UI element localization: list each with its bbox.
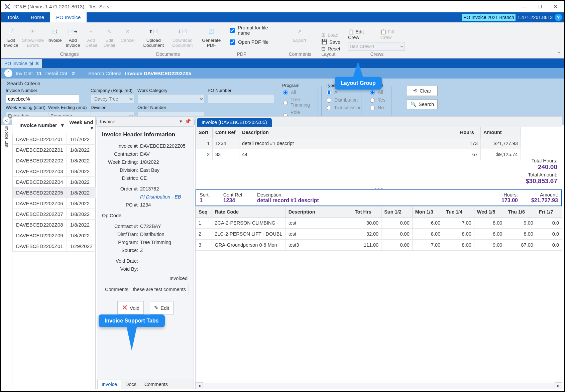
scroll-right-button[interactable]: ▸	[555, 382, 562, 389]
invoice-list-row[interactable]: DAVEBCED2202Z011/8/2022	[13, 145, 96, 155]
collapse-left-button[interactable]: <	[3, 116, 10, 124]
program-tree-trimming-radio[interactable]	[283, 101, 288, 105]
minimize-button[interactable]: —	[521, 4, 527, 9]
voided-all-radio[interactable]	[370, 90, 375, 95]
col-amount[interactable]: Amount	[480, 127, 521, 138]
export-comments-button[interactable]: ↗Export	[288, 25, 311, 43]
comments-box: Comments: these are test comments	[102, 284, 189, 295]
export-icon: ↗	[294, 26, 305, 37]
cancel-button[interactable]: ✕Cancel	[120, 25, 135, 43]
edit-detail-button[interactable]: ✎Edit Detail	[102, 25, 117, 48]
pi-link[interactable]: PI Distribution - EB	[140, 194, 181, 200]
invoice-number-input[interactable]	[6, 94, 79, 104]
void-icon: ✕	[122, 303, 128, 312]
void-button[interactable]: ✕Void	[117, 301, 144, 314]
invoice-list-row[interactable]: DAVEBCED2202Z051/8/2022	[13, 187, 96, 198]
voided-no-radio[interactable]	[370, 106, 375, 110]
generate-pdf-button[interactable]: 🧾Generate PDF	[201, 25, 222, 48]
work-category-select[interactable]	[137, 94, 204, 104]
po-number-input[interactable]	[208, 94, 274, 104]
subdetail-header: Sort:1 Cont Ref:1234 Description:detail …	[196, 189, 562, 206]
crew-select[interactable]: Dan Crew-1	[348, 42, 405, 51]
type-transmission-radio[interactable]	[327, 106, 331, 110]
col-description[interactable]: Description	[239, 127, 457, 138]
detail-row[interactable]: 2334467$9,125.74	[196, 149, 521, 160]
invoice-list-row[interactable]: DAVEBCED2201Z011/1/2022	[13, 134, 96, 145]
show-hide-errors-button[interactable]: 👁Show/Hide Errors	[22, 25, 44, 48]
company-select[interactable]: Davey Tree	[91, 94, 134, 104]
program-all-radio[interactable]	[283, 90, 288, 95]
menu-tools[interactable]: Tools	[1, 12, 25, 22]
open-pdf-checkbox[interactable]: Open PDF file	[228, 38, 279, 46]
search-button[interactable]: 🔍Search	[407, 99, 438, 109]
invoice-list-row[interactable]: DAVEBCED2202Z081/8/2022	[13, 220, 96, 230]
type-all-radio[interactable]	[327, 90, 331, 95]
detail-row[interactable]: 11234detail record #1 descript173$21,727…	[196, 138, 521, 149]
detail-tab[interactable]: Invoice (DAVEBCED2202Z05)	[197, 118, 272, 127]
add-detail-button[interactable]: ＋Add Detail	[84, 25, 99, 48]
invoice-list-row[interactable]: DAVEBCED2202Z071/8/2022	[13, 209, 96, 220]
menu-po-invoice[interactable]: PO Invoice	[50, 12, 87, 22]
document-tab-po-invoice[interactable]: PO Invoice ⇲ ✕	[1, 59, 42, 68]
help-icon[interactable]: ?	[555, 14, 562, 21]
upload-document-button[interactable]: ⬆📄Upload Document	[141, 25, 166, 48]
invoiced-label: Invoiced	[102, 276, 189, 281]
prompt-filename-checkbox[interactable]: Prompt for file name	[228, 25, 279, 36]
horizontal-scrollbar[interactable]: ◂ ▸	[196, 382, 562, 389]
clear-button[interactable]: ⟲Clear	[407, 86, 438, 96]
tab-comments[interactable]: Comments	[140, 380, 172, 389]
col-week-end[interactable]: Week End▾	[67, 117, 96, 134]
pin-icon[interactable]: ⇲	[29, 61, 33, 66]
search-icon: 🔍	[411, 102, 417, 107]
close-button[interactable]: ✕	[553, 4, 559, 10]
filter-icon[interactable]: ▾	[91, 125, 93, 131]
menu-home[interactable]: Home	[25, 12, 50, 22]
type-distribution-radio[interactable]	[327, 98, 331, 103]
col-hours[interactable]: Hours	[457, 127, 480, 138]
col-cont-ref[interactable]: Cont Ref	[213, 127, 239, 138]
invoice-list-row[interactable]: DAVEBCED2202Z061/8/2022	[13, 198, 96, 209]
invoice-list-row[interactable]: DAVEBCED2202Z021/8/2022	[13, 155, 96, 166]
layout-save-button[interactable]: 💾Save	[321, 39, 336, 45]
tab-docs[interactable]: Docs	[121, 380, 140, 389]
window-controls: — ☐ ✕	[521, 4, 561, 10]
splitter[interactable]: • • •	[196, 187, 562, 189]
edit-crew-button[interactable]: 📋 Edit Crew	[348, 29, 376, 40]
close-tab-icon[interactable]: ✕	[35, 61, 39, 66]
fill-crew-button[interactable]: 📋 Fill Crew	[380, 29, 406, 40]
panel-menu-icon[interactable]: ▾	[180, 119, 182, 124]
invoice-list-row[interactable]: DAVEBCED2202Z041/8/2022	[13, 177, 96, 187]
scroll-left-button[interactable]: ◂	[196, 382, 203, 389]
subdetail-row[interactable]: 22LC-2-PERSON LIFT - DOUBLtest32.000.008…	[196, 229, 562, 240]
invoice-button[interactable]: 📑Invoice	[47, 25, 62, 43]
col-invoice-number[interactable]: Invoice Number▾	[13, 117, 67, 134]
invoice-list-sidebar-label: Invoice List	[4, 124, 10, 149]
subdetail-row[interactable]: 3GRA-Groundperson 0-6 Montest3111.000.00…	[196, 240, 562, 251]
add-invoice-button[interactable]: 📄➜Add Invoice	[66, 25, 81, 48]
filter-icon[interactable]: ▾	[61, 122, 64, 128]
work-area: < Invoice List Invoice Number▾ Week End▾…	[3, 116, 562, 389]
search-summary-bar: ⌃ Inv Cnt: 11 Detail Cnt: 2 Search Crite…	[1, 68, 564, 79]
ribbon-collapse-button[interactable]: ⌃	[554, 22, 564, 58]
invoice-list-row[interactable]: DAVEBCED2202Z091/8/2022	[13, 230, 96, 241]
edit-button[interactable]: ✎Edit	[150, 301, 174, 314]
col-sort[interactable]: Sort	[196, 127, 213, 138]
layout-reset-button[interactable]: ⊟Reset	[321, 46, 336, 51]
upload-icon: ⬆📄	[148, 26, 159, 37]
collapse-summary-button[interactable]: ⌃	[4, 69, 12, 77]
panel-pin-icon[interactable]: 📌	[185, 119, 191, 124]
layout-load-button[interactable]: ⊞Load	[321, 32, 336, 38]
add-invoice-icon: 📄➜	[67, 26, 79, 37]
invoice-header-panel: Invoice ▾📌 Invoice Header Information In…	[97, 116, 194, 389]
invoice-panel-title: Invoice	[100, 119, 115, 124]
download-document-button[interactable]: ⬇📄Download Document	[170, 25, 196, 48]
tab-invoice[interactable]: Invoice	[97, 380, 121, 389]
invoice-list-row[interactable]: DAVEBCED2202Z031/8/2022	[13, 166, 96, 177]
voided-yes-radio[interactable]	[370, 98, 375, 103]
edit-invoice-button[interactable]: 📄Edit Invoice	[4, 25, 19, 48]
reset-icon: ⊟	[321, 46, 326, 51]
invoice-list-row[interactable]: DAVEBCED2205Z011/29/2022	[13, 241, 96, 252]
subdetail-row[interactable]: 12CA-2-PERSON CLIMBING -test30.000.006.0…	[196, 218, 562, 229]
maximize-button[interactable]: ☐	[537, 4, 543, 10]
document-tab-strip: PO Invoice ⇲ ✕	[1, 58, 564, 68]
